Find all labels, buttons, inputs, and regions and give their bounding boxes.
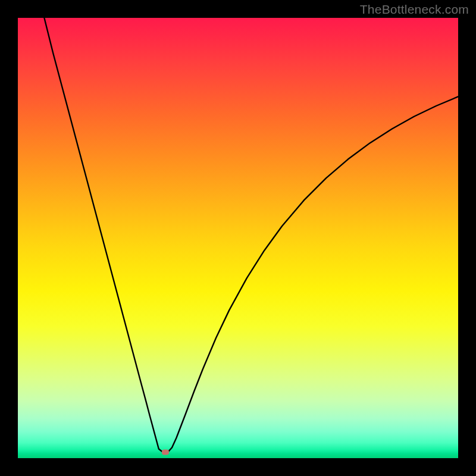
bottleneck-curve-path	[44, 18, 458, 452]
valley-marker	[162, 450, 169, 455]
chart-frame: TheBottleneck.com	[0, 0, 476, 476]
curve-svg	[18, 18, 458, 458]
plot-area	[18, 18, 458, 458]
watermark-text: TheBottleneck.com	[360, 2, 469, 17]
